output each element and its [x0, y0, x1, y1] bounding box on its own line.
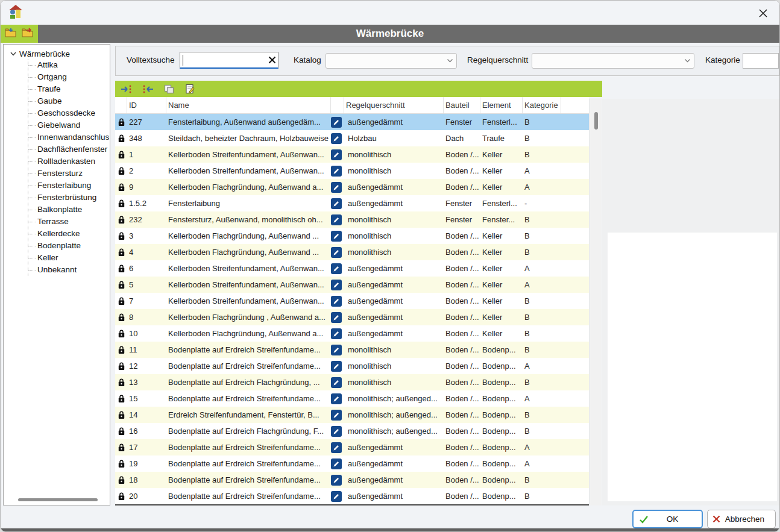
- tree-item-unbekannt[interactable]: Unbekannt: [28, 264, 110, 276]
- tree-item-dachflächenfenster[interactable]: Dachflächenfenster: [28, 143, 110, 155]
- edit-pencil-icon[interactable]: [331, 117, 344, 128]
- chevron-down-icon[interactable]: [10, 49, 17, 58]
- edit-pencil-icon[interactable]: [331, 410, 344, 421]
- cell-id: 14: [127, 410, 166, 419]
- fulltext-search-input[interactable]: [183, 55, 266, 64]
- tree-item-fensterbrüstung[interactable]: Fensterbrüstung: [28, 192, 110, 204]
- edit-document-icon[interactable]: [184, 84, 196, 95]
- table-row[interactable]: 15 Bodenplatte auf Erdreich Streifenfund…: [115, 390, 589, 407]
- table-row[interactable]: 3 Kellerboden Flachgründung, Außenwand .…: [115, 228, 589, 244]
- tree-item-balkonplatte[interactable]: Balkonplatte: [28, 204, 110, 216]
- edit-pencil-icon[interactable]: [331, 345, 344, 355]
- arrow-left-dots-icon[interactable]: [142, 84, 154, 95]
- tree-item-ortgang[interactable]: Ortgang: [28, 71, 110, 83]
- regelquerschnitt-dropdown[interactable]: [532, 53, 694, 69]
- edit-pencil-icon[interactable]: [331, 312, 344, 323]
- table-row[interactable]: 10 Kellerboden Flachgründung, Außenwand …: [115, 325, 589, 342]
- edit-pencil-icon[interactable]: [331, 214, 344, 225]
- edit-pencil-icon[interactable]: [331, 296, 344, 307]
- table-row[interactable]: 14 Erdreich Streifenfundament, Fenstertü…: [115, 407, 589, 423]
- edit-pencil-icon[interactable]: [331, 263, 344, 274]
- edit-pencil-icon[interactable]: [331, 328, 344, 339]
- tree-item-attika[interactable]: Attika: [28, 59, 110, 71]
- tree-item-giebelwand[interactable]: Giebelwand: [28, 119, 110, 131]
- tree-item-fenstersturz[interactable]: Fenstersturz: [28, 167, 110, 180]
- scrollbar-thumb[interactable]: [594, 112, 598, 130]
- table-row[interactable]: 4 Kellerboden Flachgründung, Außenwand .…: [115, 244, 589, 260]
- edit-pencil-icon[interactable]: [331, 198, 344, 209]
- tree-item-innenwandanschlus[interactable]: Innenwandanschlus: [28, 131, 110, 143]
- table-row[interactable]: 1.5.2 Fensterlaibung außengedämmt Fenste…: [115, 195, 589, 211]
- folder-export-icon[interactable]: [22, 28, 33, 40]
- table-row[interactable]: 7 Kellerboden Streifenfundament, Außenwa…: [115, 293, 589, 309]
- edit-pencil-icon[interactable]: [331, 377, 344, 388]
- table-row[interactable]: 5 Kellerboden Streifenfundament, Außenwa…: [115, 277, 589, 293]
- table-row[interactable]: 8 Kellerboden Flachgründung , Außenwand …: [115, 309, 589, 325]
- edit-pencil-icon[interactable]: [331, 361, 344, 372]
- edit-pencil-icon[interactable]: [331, 491, 344, 502]
- table-row[interactable]: 11 Bodenplatte auf Erdreich Streifenfund…: [115, 342, 589, 358]
- ok-button[interactable]: OK: [632, 510, 703, 528]
- tree-item-gaube[interactable]: Gaube: [28, 95, 110, 107]
- scrollbar-thumb[interactable]: [18, 498, 98, 501]
- tree-horizontal-scrollbar[interactable]: [8, 496, 105, 502]
- cancel-button[interactable]: Abbrechen: [707, 510, 776, 528]
- table-row[interactable]: 12 Bodenplatte auf Erdreich Streifenfund…: [115, 358, 589, 374]
- tree-item-kellerdecke[interactable]: Kellerdecke: [28, 228, 110, 240]
- tree-item-bodenplatte[interactable]: Bodenplatte: [28, 240, 110, 252]
- edit-pencil-icon[interactable]: [331, 475, 344, 486]
- table-row[interactable]: 232 Fenstersturz, Außenwand, monolithisc…: [115, 211, 589, 228]
- edit-pencil-icon[interactable]: [331, 247, 344, 258]
- close-icon[interactable]: [756, 7, 770, 20]
- edit-pencil-icon[interactable]: [331, 280, 344, 290]
- edit-pencil-icon[interactable]: [331, 442, 344, 453]
- header-edit-column[interactable]: [331, 97, 344, 113]
- lock-icon: [115, 199, 127, 208]
- cell-bauteil: Boden /...: [444, 410, 480, 419]
- tree-item-keller[interactable]: Keller: [28, 252, 110, 264]
- tree-root-waermebruecke[interactable]: Wärmebrücke: [4, 45, 110, 59]
- tree-item-geschossdecke[interactable]: Geschossdecke: [28, 107, 110, 119]
- header-id[interactable]: ID: [127, 97, 166, 113]
- tree-item-terrasse[interactable]: Terrasse: [28, 216, 110, 228]
- tree-item-traufe[interactable]: Traufe: [28, 83, 110, 95]
- edit-pencil-icon[interactable]: [331, 426, 344, 437]
- cell-element: Bodenp...: [480, 378, 523, 387]
- folder-import-icon[interactable]: [5, 28, 16, 40]
- kategorie-input[interactable]: [743, 53, 779, 69]
- header-name[interactable]: Name: [166, 97, 331, 113]
- tree-item-rollladenkasten[interactable]: Rollladenkasten: [28, 155, 110, 167]
- arrow-right-dots-icon[interactable]: [121, 84, 133, 95]
- katalog-dropdown[interactable]: [326, 53, 457, 69]
- table-vertical-scrollbar[interactable]: [590, 99, 602, 505]
- table-row[interactable]: 1 Kellerboden Streifenfundament, Außenwa…: [115, 146, 589, 163]
- table-row[interactable]: 13 Bodenplatte auf Erdreich Flachgründun…: [115, 374, 589, 390]
- cell-bauteil: Boden /...: [444, 166, 480, 175]
- header-element[interactable]: Element: [480, 97, 523, 113]
- clear-search-icon[interactable]: [266, 54, 278, 66]
- header-kategorie[interactable]: Kategorie: [523, 97, 561, 113]
- table-row[interactable]: 20 Bodenplatte auf Erdreich Streifenfund…: [115, 488, 589, 504]
- header-bauteil[interactable]: Bauteil: [444, 97, 480, 113]
- table-row[interactable]: 6 Kellerboden Streifenfundament, Außenwa…: [115, 260, 589, 277]
- edit-pencil-icon[interactable]: [331, 231, 344, 242]
- copy-icon[interactable]: [163, 84, 175, 95]
- table-row[interactable]: 348 Steildach, beheizter Dachraum, Holzb…: [115, 130, 589, 146]
- edit-pencil-icon[interactable]: [331, 458, 344, 469]
- table-row[interactable]: 227 Fensterlaibung, Außenwand außengedäm…: [115, 114, 589, 130]
- table-row[interactable]: 17 Bodenplatte auf Erdreich Streifenfund…: [115, 439, 589, 455]
- header-regelquerschnitt[interactable]: Regelquerschnitt: [344, 97, 444, 113]
- edit-pencil-icon[interactable]: [331, 133, 344, 144]
- edit-pencil-icon[interactable]: [331, 149, 344, 160]
- edit-pencil-icon[interactable]: [331, 182, 344, 193]
- header-lock-column[interactable]: [115, 97, 127, 113]
- edit-pencil-icon[interactable]: [331, 393, 344, 404]
- edit-pencil-icon[interactable]: [331, 166, 344, 177]
- table-row[interactable]: 2 Kellerboden Streifenfundament, Außenwa…: [115, 163, 589, 179]
- table-row[interactable]: 16 Bodenplatte auf Erdreich Flachgründun…: [115, 423, 589, 439]
- table-row[interactable]: 19 Bodenplatte auf Erdreich Streifenfund…: [115, 455, 589, 472]
- tree-item-fensterlaibung[interactable]: Fensterlaibung: [28, 180, 110, 192]
- table-row[interactable]: 18 Bodenplatte auf Erdreich Streifenfund…: [115, 472, 589, 488]
- table-row[interactable]: 9 Kellerboden Flachgründung, Außenwand a…: [115, 179, 589, 195]
- cell-element: Keller: [480, 296, 523, 305]
